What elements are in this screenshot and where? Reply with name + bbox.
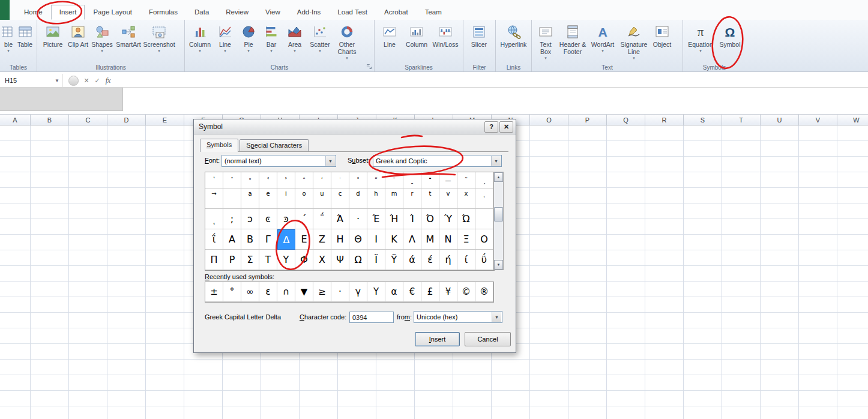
recent-symbol-cell[interactable]: ¥	[439, 282, 457, 302]
pie-chart-button[interactable]: Pie	[237, 22, 260, 53]
name-box[interactable]: H15 ▼	[0, 74, 62, 87]
column-header-P[interactable]: P	[568, 115, 607, 125]
line-chart-button[interactable]: Line	[213, 22, 237, 53]
signature-line-button[interactable]: Signature Line	[618, 22, 650, 61]
cancel-icon[interactable]: ✕	[81, 77, 92, 85]
recent-symbol-cell[interactable]: ε	[259, 282, 277, 302]
symbol-cell[interactable]: u	[313, 188, 331, 209]
symbol-cell[interactable]: r	[403, 188, 421, 209]
area-chart-button[interactable]: Area	[283, 22, 307, 53]
symbol-cell[interactable]	[223, 188, 241, 209]
recent-symbol-cell[interactable]: £	[421, 282, 439, 302]
column-header-S[interactable]: S	[684, 115, 722, 125]
tab-page-layout[interactable]: Page Layout	[85, 5, 140, 20]
symbol-cell[interactable]: ͺ	[205, 209, 223, 229]
symbol-cell[interactable]: ˜	[457, 172, 475, 188]
symbol-cell[interactable]: Ι	[367, 229, 385, 250]
tab-view[interactable]: View	[257, 5, 289, 20]
name-box-dropdown-icon[interactable]: ▼	[55, 78, 59, 83]
tab-home[interactable]: Home	[16, 5, 51, 20]
symbol-cell[interactable]: h	[367, 188, 385, 209]
sparkline-line-button[interactable]: Line	[376, 22, 403, 48]
symbol-cell[interactable]: ή	[439, 250, 457, 270]
tab-acrobat[interactable]: Acrobat	[376, 5, 417, 20]
recent-symbol-cell[interactable]: ©	[457, 282, 475, 302]
column-header-T[interactable]: T	[722, 115, 761, 125]
symbol-cell[interactable]: ͼ	[259, 209, 277, 229]
insert-button[interactable]: Insert	[415, 332, 460, 346]
enter-icon[interactable]: ✓	[92, 77, 103, 85]
close-icon[interactable]: ✕	[499, 121, 513, 133]
symbol-cell[interactable]: ʽ	[205, 172, 223, 188]
text-box-button[interactable]: Text Box	[534, 22, 558, 61]
symbol-cell[interactable]: ;	[223, 209, 241, 229]
recent-symbol-cell[interactable]: €	[403, 282, 421, 302]
recent-symbol-cell[interactable]: ·	[331, 282, 349, 302]
symbol-cell[interactable]: ʹ	[313, 172, 331, 188]
formula-input[interactable]	[113, 74, 868, 87]
symbol-cell[interactable]: ˍ	[403, 172, 421, 188]
symbol-cell[interactable]: ˃	[277, 172, 295, 188]
symbol-cell[interactable]: Ή	[385, 209, 403, 229]
column-header-D[interactable]: D	[107, 115, 146, 125]
tab-add-ins[interactable]: Add-Ins	[289, 5, 330, 20]
tab-data[interactable]: Data	[186, 5, 217, 20]
symbol-cell[interactable]: Ε	[295, 229, 313, 250]
recent-symbol-cell[interactable]: °	[223, 282, 241, 302]
symbol-cell[interactable]: ·	[349, 209, 367, 229]
symbol-button[interactable]: Ω Symbol	[716, 22, 744, 48]
symbol-cell[interactable]: Ό	[421, 209, 439, 229]
symbol-cell[interactable]: ά	[403, 250, 421, 270]
help-button[interactable]: ?	[484, 121, 498, 133]
recent-symbol-cell[interactable]: γ	[349, 282, 367, 302]
clip-art-button[interactable]: Clip Art	[67, 22, 89, 48]
symbol-dialog-titlebar[interactable]: Symbol ? ✕	[194, 119, 516, 134]
symbol-cell[interactable]: ˣ	[241, 172, 259, 188]
symbol-cell[interactable]: Ξ	[457, 229, 475, 250]
recent-symbol-cell[interactable]: ▼	[295, 282, 313, 302]
name-box-resize-handle[interactable]	[68, 76, 79, 86]
symbol-cell[interactable]: ΄	[295, 209, 313, 229]
symbol-cell[interactable]	[475, 209, 493, 229]
symbol-cell[interactable]: c	[331, 188, 349, 209]
wordart-button[interactable]: A WordArt	[588, 22, 618, 53]
symbol-cell[interactable]: Ζ	[313, 229, 331, 250]
tab-special-characters[interactable]: Special Characters	[240, 139, 309, 151]
scrollbar-thumb[interactable]	[494, 207, 503, 222]
insert-function-icon[interactable]: fx	[103, 76, 113, 85]
symbol-cell[interactable]: Ϊ	[367, 250, 385, 270]
sparkline-winloss-button[interactable]: Win/Loss	[430, 22, 460, 48]
file-tab-partial[interactable]	[0, 0, 10, 20]
column-header-W[interactable]: W	[837, 115, 868, 125]
symbol-cell[interactable]: ΰ	[475, 250, 493, 270]
symbol-cell[interactable]: t	[421, 188, 439, 209]
symbol-cell[interactable]: e	[259, 188, 277, 209]
recent-symbol-cell[interactable]: Υ	[367, 282, 385, 302]
sparkline-column-button[interactable]: Column	[403, 22, 430, 48]
symbol-cell[interactable]: Λ	[403, 229, 421, 250]
column-header-U[interactable]: U	[761, 115, 799, 125]
symbol-cell[interactable]: Έ	[367, 209, 385, 229]
symbol-cell[interactable]: Ο	[475, 229, 493, 250]
symbol-cell[interactable]: Θ	[349, 229, 367, 250]
symbol-cell[interactable]: ˉ	[385, 172, 403, 188]
scroll-down-icon[interactable]: ▼	[494, 260, 503, 270]
column-header-A[interactable]: A	[0, 115, 31, 125]
symbol-cell[interactable]: Σ	[241, 250, 259, 270]
symbol-cell[interactable]: Ί	[403, 209, 421, 229]
column-header-E[interactable]: E	[146, 115, 184, 125]
symbol-cell[interactable]: Η	[331, 229, 349, 250]
symbol-cell[interactable]: ΐ	[205, 229, 223, 250]
symbol-cell[interactable]: →	[205, 188, 223, 209]
column-header-R[interactable]: R	[645, 115, 684, 125]
symbol-cell[interactable]: Ύ	[439, 209, 457, 229]
tab-formulas[interactable]: Formulas	[140, 5, 186, 20]
recent-symbol-cell[interactable]: ®	[475, 282, 493, 302]
character-code-input[interactable]: 0394	[349, 312, 394, 323]
font-combobox[interactable]: (normal text)	[222, 155, 336, 167]
symbol-cell[interactable]: Ρ	[223, 250, 241, 270]
recent-symbol-cell[interactable]: ∩	[277, 282, 295, 302]
symbol-cell[interactable]: Ψ	[331, 250, 349, 270]
symbol-cell[interactable]: ί	[457, 250, 475, 270]
equation-button[interactable]: π Equation	[685, 22, 716, 53]
